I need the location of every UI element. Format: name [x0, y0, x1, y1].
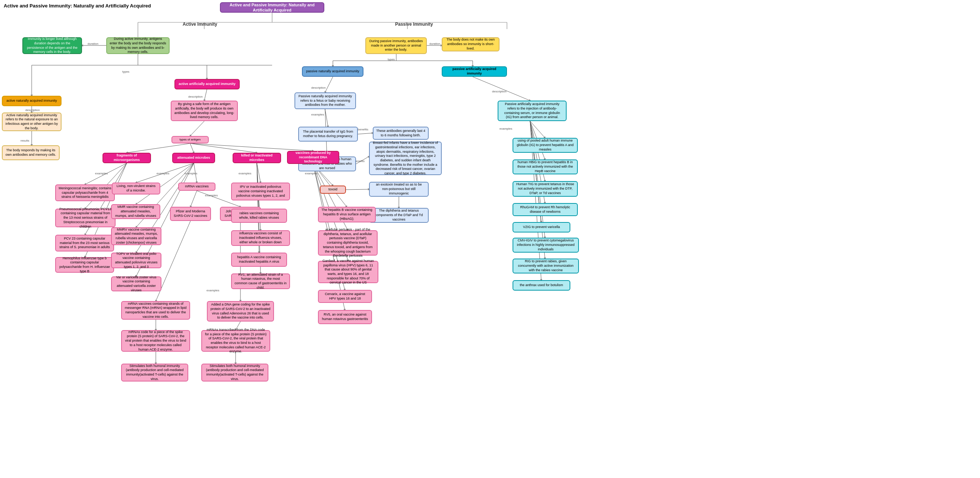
hep-b-vaccine-node: The hepatitis B vaccine containing hepat…	[318, 207, 376, 222]
hepatitis-a-node: hepatitis A vaccine containing inactivat…	[231, 252, 287, 267]
fragments-ex4-node: Hemophilus influenzae type b containing …	[55, 257, 114, 273]
killed-inactivated-node: killed or inactivated microbes	[232, 153, 281, 163]
mrna-jj-desc-node: mRNAs transcribed from the DNA code for …	[201, 330, 270, 352]
page-title-top-left: Active and Passive Immunity: Naturally a…	[4, 3, 151, 9]
svg-line-28	[190, 143, 194, 153]
attenuated-ex5-node: Var or varicella zoster virus vaccine co…	[111, 276, 161, 291]
svg-text:examples: examples	[239, 172, 251, 175]
ivig-node: using of pooled adult human immune globu…	[512, 138, 578, 153]
types-antigen-node: types of antigen	[172, 136, 209, 143]
svg-text:examples: examples	[207, 289, 219, 292]
svg-line-31	[325, 77, 333, 92]
mrna-pfizer-desc-node: mRNAs code for a piece of the spike prot…	[121, 330, 190, 352]
attenuated-ex3-node: MMRV vaccine containing attenuated measl…	[111, 227, 161, 245]
passive-immunity-desc-node: During passive immunity, antibodies made…	[365, 37, 427, 54]
active-immunity-desc-node: During active immunity, antigens enter t…	[106, 37, 170, 54]
svg-line-35	[325, 109, 328, 127]
breastfed-benefit-node: Breast-fed infants have a lower incidenc…	[369, 141, 442, 175]
fragments-node: fragments of microorganisms	[102, 153, 151, 163]
exotoxin-node: an exotoxin treated so as to be non-pois…	[369, 182, 429, 197]
passive-section-label: Passive Immunity	[395, 22, 433, 27]
svg-line-33	[473, 77, 530, 101]
pfizer-moderna-node: Pfizer and Moderna SARS-CoV-2 vaccines	[170, 207, 211, 221]
rv5-node: RV5, an oral vaccine against human rotav…	[318, 310, 372, 324]
svg-text:description: description	[492, 90, 507, 93]
fragments-ex3-node: PCV 23 containing capsular material from…	[55, 235, 114, 251]
svg-line-29	[190, 143, 257, 153]
diphtheria-tetanus-node: The diphtheria and tetanus components of…	[369, 208, 429, 223]
active-immunity-duration-node: Immunity is longer lived although durati…	[22, 37, 82, 54]
main-title-node: Active and Passive Immunity: Naturally a…	[220, 2, 324, 13]
svg-line-24	[204, 89, 207, 101]
svg-text:benefits: benefits	[358, 128, 368, 131]
fragments-ex1-node: Meningococcal meningitis; contains capsu…	[55, 184, 115, 201]
svg-text:examples: examples	[305, 172, 318, 175]
svg-text:duration: duration	[430, 42, 440, 46]
placental-transfer-node: The placental transfer of IgG from mothe…	[298, 127, 358, 141]
influenza-node: influenza vaccines consist of inactivate…	[231, 230, 290, 246]
svg-line-64	[257, 163, 261, 183]
passive-nat-node: passive naturally acquired immunity	[302, 66, 363, 77]
gardasil-node: Gardasil, a vaccine against human papill…	[318, 261, 379, 283]
attenuated-ex4-node: TOPV or trivalent oral polio vaccine con…	[111, 252, 161, 268]
pfizer-stimulate-node: Stimulates both humoral immunity (antibo…	[121, 364, 188, 381]
rhogam-node: RhuGAM to prevent Rh hemolytic disease o…	[512, 203, 578, 216]
passive-immunity-duration-node: The body does not make its own antibodie…	[442, 37, 500, 51]
active-art-node: active artificially acquired immunity	[175, 79, 240, 89]
svg-text:examples: examples	[157, 172, 169, 175]
svg-text:examples: examples	[500, 127, 512, 130]
svg-text:description: description	[311, 86, 326, 89]
svg-line-27	[127, 143, 190, 153]
svg-line-53	[194, 163, 197, 183]
jj-stimulate-node: Stimulates both humoral immunity (antibo…	[201, 364, 268, 381]
tig-node: Human TIG to prevent tetanus in those no…	[512, 181, 578, 197]
svg-line-38	[358, 133, 373, 134]
svg-text:examples: examples	[311, 113, 324, 116]
active-nat-desc-node: Active naturally acquired immunity refer…	[2, 113, 62, 131]
cervarix-node: Cervarix, a vaccine against HPV types 16…	[318, 290, 372, 303]
attenuated-node: attenuated microbes	[172, 153, 215, 163]
fragments-ex2-node: Pneumococcal pneumonia; PCV13 containing…	[55, 209, 116, 227]
dna-gene-node: Added a DNA gene coding for the spike pr…	[207, 301, 274, 322]
active-section-label: Active Immunity	[183, 22, 217, 27]
svg-text:results: results	[21, 139, 29, 142]
page-container: Active and Passive Immunity: Naturally a…	[0, 0, 980, 478]
ipv-node: IPV or inactivated poliovirus vaccine co…	[231, 183, 290, 200]
svg-line-79	[530, 121, 545, 138]
svg-text:description: description	[188, 95, 203, 98]
passive-art-node: passive artificially acquired immunity	[442, 66, 507, 77]
svg-text:types: types	[122, 70, 129, 73]
svg-text:duration: duration	[88, 42, 99, 46]
acellular-pertussis-node: acellular pertussis - part of the diphth…	[318, 230, 378, 256]
svg-line-40	[356, 156, 369, 164]
passive-art-desc-node: Passive artificially acquired immunity r…	[498, 101, 566, 121]
active-nat-node: active naturally acquired immunity	[2, 96, 62, 106]
antibodies-benefit-node: These antibodies generally last 4 to 6 m…	[373, 127, 429, 140]
svg-line-30	[190, 143, 313, 151]
svg-line-42	[85, 163, 127, 184]
anthrax-node: the anthrax used for botulism	[512, 280, 570, 291]
svg-text:examples: examples	[185, 172, 197, 175]
hbig-node: human HBiG to prevent hepatitis B in tho…	[512, 159, 578, 175]
passive-nat-desc-node: Passive naturally acquired immunity refe…	[294, 92, 356, 109]
mrna-vaccines-node: mRNA vaccines	[178, 183, 215, 191]
recombinant-dna-node: vaccines produced by recombinant DNA tec…	[287, 151, 339, 164]
active-art-desc-node: By giving a safe form of the antigen art…	[171, 101, 238, 121]
cmv-igiv-node: CMV-IGIV to prevent cytomegalovirus infe…	[512, 238, 579, 252]
svg-line-55	[191, 191, 197, 207]
mrna-desc-node: mRNA vaccines containing strands of mess…	[121, 301, 190, 320]
svg-line-26	[190, 121, 204, 136]
active-nat-results-node: The body responds by making its own anti…	[2, 145, 60, 160]
vzig-node: VZIG to prevent varicella	[512, 222, 570, 232]
rig-node: RIG to prevent rabies, given concurrentl…	[512, 259, 579, 273]
svg-text:description: description	[25, 108, 40, 112]
rabies-node: rabies vaccines containing whole, killed…	[231, 209, 287, 223]
toxoid-node: toxoid	[320, 186, 346, 194]
rv1-node: RV1, an attenuated strain of a human rot…	[231, 273, 290, 289]
svg-line-47	[136, 163, 194, 183]
svg-text:examples: examples	[95, 172, 108, 175]
svg-text:examples: examples	[205, 194, 218, 197]
attenuated-ex1-node: Living, non-virulent strains of a microb…	[112, 183, 160, 194]
attenuated-ex2-node: MMR vaccine containing attenuated measle…	[111, 204, 160, 219]
svg-line-77	[346, 189, 369, 190]
